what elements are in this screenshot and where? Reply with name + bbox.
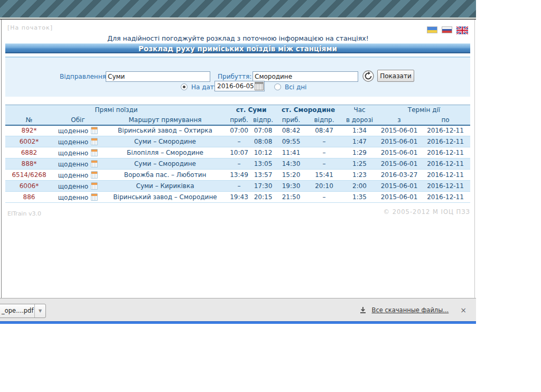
calendar-icon[interactable] [91, 160, 98, 167]
route-cell: Суми – Смородине [103, 158, 227, 170]
downloads-bar: _ope....pdf ▼ Все скачанные файлы... × [0, 298, 476, 321]
trains-table-body: 892*щоденноВіринський завод – Охтирка07:… [5, 125, 470, 203]
train-row: 6882щоденноБілопілля – Смородине10:0710:… [5, 147, 470, 158]
col-dep-from: відпр. [251, 115, 275, 125]
route-cell: Суми – Кириківка [103, 181, 227, 192]
col-duration: в дорозі [341, 115, 378, 125]
schedule-cell: щоденно [53, 192, 103, 203]
train-number-cell: 6514/6268 [5, 170, 53, 181]
duration-cell: 1:23 [341, 170, 378, 181]
calendar-icon[interactable] [91, 193, 98, 201]
download-icon [359, 306, 367, 314]
train-number-cell: 886 [5, 192, 53, 203]
russia-flag-icon[interactable] [442, 26, 452, 33]
valid-from-cell: 2015-06-01 [378, 125, 421, 136]
all-days-radio[interactable] [274, 83, 281, 90]
smorodyne-departure-cell: 20:10 [307, 181, 341, 192]
sumy-departure-cell: 20:15 [251, 192, 275, 203]
eltrain-page: [На початок] Для надійності погоджуйте р… [1, 20, 475, 298]
schedule-cell: щоденно [53, 136, 103, 147]
departure-input[interactable] [106, 71, 210, 82]
calendar-icon[interactable] [91, 182, 98, 190]
col-dep-to: відпр. [307, 115, 341, 125]
show-button[interactable]: Показати [377, 70, 414, 82]
downloads-bar-accent-strip [0, 321, 476, 324]
valid-to-cell: 2016-12-11 [421, 181, 470, 192]
on-date-radio[interactable] [181, 83, 188, 90]
train-row: 6006*щоденноСуми – Кириківка–17:3019:302… [5, 181, 470, 192]
smorodyne-departure-cell: – [307, 192, 341, 203]
smorodyne-departure-cell: 15:41 [307, 170, 341, 181]
swap-refresh-icon[interactable] [362, 70, 374, 82]
route-cell: Суми – Смородине [103, 136, 227, 147]
col-arr-to: приб. [275, 115, 307, 125]
duration-cell: 1:35 [341, 192, 378, 203]
smorodyne-arrival-cell: 21:50 [275, 192, 307, 203]
calendar-icon[interactable] [91, 149, 98, 156]
train-number-cell: 6882 [5, 147, 53, 158]
duration-cell: 2:00 [341, 181, 378, 192]
smorodyne-departure-cell: – [307, 147, 341, 158]
downloaded-file-name[interactable]: _ope....pdf [0, 304, 34, 318]
smorodyne-arrival-cell: 14:30 [275, 158, 307, 170]
valid-from-cell: 2015-06-01 [378, 181, 421, 192]
sumy-departure-cell: 13:57 [251, 170, 275, 181]
calendar-icon[interactable] [91, 171, 98, 179]
column-header-row: № Обіг Маршрут прямування приб. відпр. п… [5, 115, 470, 125]
smorodyne-departure-cell: 08:47 [307, 125, 341, 136]
sumy-arrival-cell: 07:00 [227, 125, 251, 136]
calendar-icon[interactable] [91, 138, 98, 145]
calendar-icon[interactable] [91, 127, 98, 134]
time-header: Час [341, 105, 378, 115]
all-days-label[interactable]: Всі дні [285, 83, 306, 91]
col-route: Маршрут прямування [103, 115, 227, 125]
downloaded-file-item[interactable]: _ope....pdf ▼ [0, 304, 46, 318]
sumy-arrival-cell: – [227, 181, 251, 192]
sumy-arrival-cell: 19:43 [227, 192, 251, 203]
uk-flag-icon[interactable] [456, 26, 468, 34]
departure-label: Відправлення: [60, 73, 108, 80]
smorodyne-arrival-cell: 19:30 [275, 181, 307, 192]
valid-to-cell: 2016-12-11 [421, 125, 470, 136]
train-number-cell: 888* [5, 158, 53, 170]
route-cell: Білопілля – Смородине [103, 147, 227, 158]
valid-from-cell: 2015-06-01 [378, 136, 421, 147]
ukraine-flag-icon[interactable] [427, 26, 437, 33]
valid-to-cell: 2016-12-11 [421, 136, 470, 147]
valid-from-cell: 2015-06-01 [378, 192, 421, 203]
valid-to-cell: 2016-12-11 [421, 192, 470, 203]
sumy-departure-cell: 10:12 [251, 147, 275, 158]
arrival-input[interactable] [253, 71, 358, 82]
train-number-cell: 6002* [5, 136, 53, 147]
date-value: 2016-06-05 [217, 82, 254, 90]
valid-to-cell: 2016-12-11 [421, 147, 470, 158]
valid-to-cell: 2016-12-11 [421, 158, 470, 170]
smorodyne-departure-cell: – [307, 136, 341, 147]
duration-cell: 1:29 [341, 147, 378, 158]
group-header-row: Прямі поїзди ст. Суми ст. Смородине Час … [5, 105, 470, 115]
downloads-bar-right: Все скачанные файлы... × [359, 298, 469, 322]
route-cell: Віринський завод – Смородине [103, 192, 227, 203]
all-downloads-link[interactable]: Все скачанные файлы... [372, 306, 449, 314]
station-from-header: ст. Суми [227, 105, 275, 115]
on-date-label[interactable]: На дату [191, 83, 218, 91]
date-input[interactable]: 2016-06-05 [214, 81, 265, 91]
col-arr-from: приб. [227, 115, 251, 125]
close-icon[interactable]: × [458, 306, 469, 314]
home-link[interactable]: [На початок] [7, 24, 53, 31]
route-cell: Ворожба пас. – Люботин [103, 170, 227, 181]
dropdown-arrow-icon[interactable]: ▼ [34, 304, 45, 318]
app-version: ElTrain v3.0 [7, 210, 41, 217]
route-cell: Віринський завод – Охтирка [103, 125, 227, 136]
search-form: Відправлення: Прибуття: Показати На дату… [5, 57, 470, 97]
sumy-departure-cell: 08:08 [251, 136, 275, 147]
train-row: 6002*щоденноСуми – Смородине–08:0809:55–… [5, 136, 470, 147]
striped-top-banner [0, 0, 476, 17]
sumy-arrival-cell: – [227, 158, 251, 170]
calendar-picker-icon[interactable] [255, 82, 264, 90]
sumy-departure-cell: 13:05 [251, 158, 275, 170]
valid-from-cell: 2016-03-27 [378, 170, 421, 181]
smorodyne-departure-cell: – [307, 158, 341, 170]
train-row: 892*щоденноВіринський завод – Охтирка07:… [5, 125, 470, 136]
sumy-arrival-cell: 13:49 [227, 170, 251, 181]
